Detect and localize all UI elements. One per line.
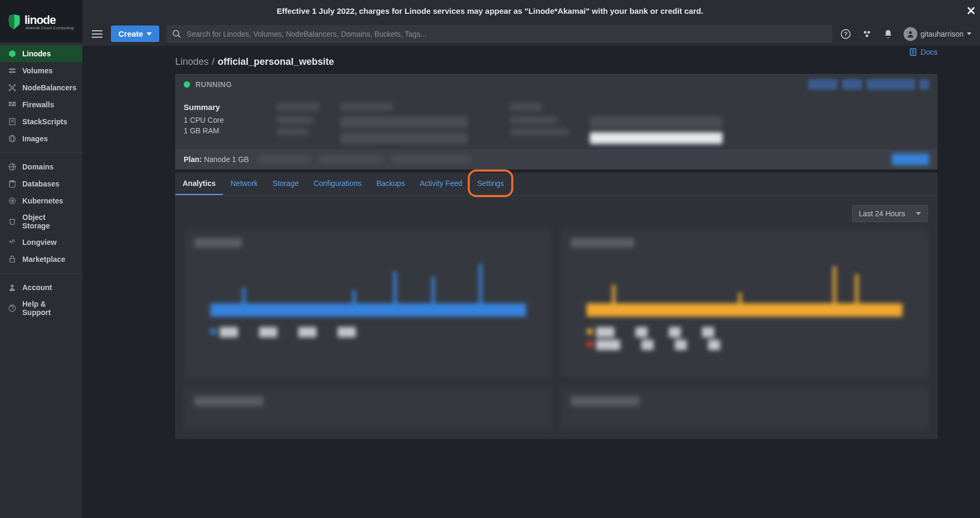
image-icon xyxy=(7,134,17,143)
firewall-icon xyxy=(7,100,17,109)
banner-text: Effective 1 July 2022, charges for Linod… xyxy=(277,6,703,15)
tabs: AnalyticsNetworkStorageConfigurationsBac… xyxy=(175,173,938,196)
svg-point-0 xyxy=(173,30,179,36)
tab-analytics[interactable]: Analytics xyxy=(175,173,223,195)
help-icon xyxy=(7,303,17,313)
bucket-icon xyxy=(7,217,17,226)
action-buttons-blurred xyxy=(808,79,929,90)
sidebar-item-databases[interactable]: Databases xyxy=(0,175,82,192)
svg-point-11 xyxy=(14,84,15,86)
logo[interactable]: linode Akamai Cloud Computing xyxy=(0,0,82,43)
plan-row: Plan: Nanode 1 GB xyxy=(175,149,938,169)
svg-point-5 xyxy=(866,34,869,37)
svg-rect-14 xyxy=(8,102,12,104)
svg-point-12 xyxy=(9,89,11,91)
svg-point-10 xyxy=(9,84,11,86)
tab-analytics-body: Last 24 Hours ████████████ xyxy=(175,196,938,439)
summary-cpu: 1 CPU Core xyxy=(184,116,223,124)
globe-icon xyxy=(7,162,17,172)
tab-network[interactable]: Network xyxy=(223,173,265,195)
linode-logo-icon xyxy=(7,14,21,30)
database-icon xyxy=(7,179,17,189)
hamburger-icon[interactable] xyxy=(91,28,104,40)
marketplace-icon xyxy=(7,254,17,264)
svg-point-25 xyxy=(11,285,13,287)
account-icon xyxy=(7,283,17,292)
sidebar-item-linodes[interactable]: Linodes xyxy=(0,45,82,62)
sidebar-item-longview[interactable]: Longview xyxy=(0,234,82,251)
sidebar-item-firewalls[interactable]: Firewalls xyxy=(0,96,82,113)
status-label: RUNNING xyxy=(195,80,232,89)
tab-activity-feed[interactable]: Activity Feed xyxy=(412,173,470,195)
logo-name: linode xyxy=(24,14,74,26)
topbar: Create ? gitauharrison xyxy=(82,22,980,46)
main-content: Docs Linodes / official_personal_website… xyxy=(82,46,980,518)
summary-heading: Summary xyxy=(184,103,223,112)
volume-icon xyxy=(7,66,17,75)
svg-text:?: ? xyxy=(844,30,848,37)
svg-point-13 xyxy=(14,89,15,91)
breadcrumb-sep: / xyxy=(212,56,214,67)
sidebar: LinodesVolumesNodeBalancersFirewallsStac… xyxy=(0,43,82,518)
chevron-down-icon xyxy=(147,32,152,36)
svg-point-3 xyxy=(864,31,866,33)
search-input[interactable] xyxy=(187,30,827,38)
sidebar-item-object-storage[interactable]: Object Storage xyxy=(0,209,82,234)
logo-tagline: Akamai Cloud Computing xyxy=(25,26,74,30)
community-icon[interactable] xyxy=(861,28,873,40)
bell-icon[interactable] xyxy=(882,28,894,40)
create-button[interactable]: Create xyxy=(111,26,159,42)
svg-point-19 xyxy=(9,135,15,142)
svg-rect-8 xyxy=(9,71,15,73)
sidebar-item-images[interactable]: Images xyxy=(0,130,82,147)
svg-rect-7 xyxy=(9,69,15,70)
svg-point-20 xyxy=(11,135,13,142)
avatar-icon xyxy=(904,27,917,41)
kubernetes-icon xyxy=(7,196,17,206)
svg-point-6 xyxy=(909,31,912,33)
svg-point-22 xyxy=(10,180,15,182)
tab-settings[interactable]: Settings xyxy=(470,173,512,195)
longview-icon xyxy=(7,237,17,247)
chart-cpu: ████████████ xyxy=(185,228,552,377)
search-icon xyxy=(172,29,182,39)
close-icon[interactable]: ✕ xyxy=(966,4,976,18)
search-input-wrap[interactable] xyxy=(167,25,832,43)
sidebar-item-marketplace[interactable]: Marketplace xyxy=(0,251,82,268)
svg-point-4 xyxy=(867,31,870,33)
script-icon xyxy=(7,117,17,126)
svg-rect-15 xyxy=(13,102,16,104)
nodebalancer-icon xyxy=(7,83,17,92)
help-icon[interactable]: ? xyxy=(840,28,852,40)
tab-storage[interactable]: Storage xyxy=(265,173,306,195)
cube-icon xyxy=(7,49,17,58)
sidebar-item-domains[interactable]: Domains xyxy=(0,158,82,175)
create-label: Create xyxy=(118,29,143,38)
tab-backups[interactable]: Backups xyxy=(369,173,412,195)
sidebar-item-kubernetes[interactable]: Kubernetes xyxy=(0,192,82,209)
user-menu[interactable]: gitauharrison xyxy=(904,27,972,41)
docs-icon xyxy=(909,48,917,56)
svg-rect-24 xyxy=(10,259,14,262)
chart-network: █████████ ██████████ xyxy=(561,228,928,377)
svg-rect-16 xyxy=(8,104,11,106)
chart-disk-io xyxy=(185,387,552,429)
tab-configurations[interactable]: Configurations xyxy=(306,173,369,195)
docs-link[interactable]: Docs xyxy=(909,48,938,56)
status-row: RUNNING xyxy=(175,74,938,95)
summary-ram: 1 GB RAM xyxy=(184,126,223,135)
status-dot-icon xyxy=(184,81,190,88)
summary-card: Summary 1 CPU Core 1 GB RAM xyxy=(175,95,938,149)
sidebar-item-nodebalancers[interactable]: NodeBalancers xyxy=(0,79,82,96)
sidebar-item-help-support[interactable]: Help & Support xyxy=(0,296,82,320)
breadcrumb: Linodes / official_personal_website xyxy=(175,56,938,67)
sidebar-item-volumes[interactable]: Volumes xyxy=(0,62,82,79)
sidebar-item-stackscripts[interactable]: StackScripts xyxy=(0,113,82,130)
breadcrumb-current: official_personal_website xyxy=(218,56,334,67)
time-range-select[interactable]: Last 24 Hours xyxy=(852,205,928,222)
sidebar-item-account[interactable]: Account xyxy=(0,279,82,296)
chart-ipv6 xyxy=(561,387,928,429)
username: gitauharrison xyxy=(921,30,964,38)
breadcrumb-root[interactable]: Linodes xyxy=(175,56,209,67)
chevron-down-icon xyxy=(967,32,972,35)
